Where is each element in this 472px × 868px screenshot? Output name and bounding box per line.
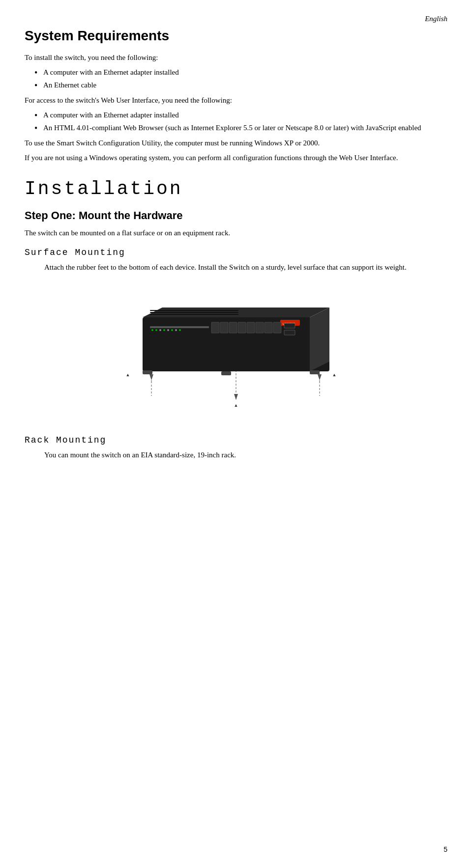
- step-one-intro: The switch can be mounted on a flat surf…: [25, 227, 447, 239]
- svg-point-28: [167, 329, 169, 331]
- svg-rect-17: [238, 322, 246, 333]
- svg-marker-10: [310, 308, 329, 371]
- svg-rect-34: [150, 314, 238, 315]
- svg-marker-7: [234, 394, 238, 400]
- svg-rect-37: [221, 371, 231, 375]
- surface-mounting-text: Attach the rubber feet to the bottom of …: [44, 261, 447, 273]
- list-item: An Ethernet cable: [34, 79, 447, 92]
- requirements-list-1: A computer with an Ethernet adapter inst…: [34, 66, 447, 91]
- svg-point-24: [151, 329, 153, 331]
- svg-rect-15: [220, 322, 228, 333]
- page-number: 5: [443, 845, 447, 853]
- non-windows-note: If you are not using a Windows operating…: [25, 152, 447, 164]
- svg-rect-13: [150, 326, 209, 328]
- svg-rect-21: [273, 322, 281, 333]
- access-intro: For access to the switch's Web User Inte…: [25, 94, 447, 106]
- list-item: A computer with an Ethernet adapter inst…: [34, 109, 447, 122]
- svg-rect-32: [150, 310, 238, 311]
- svg-text:▲: ▲: [126, 372, 130, 377]
- svg-point-26: [159, 329, 161, 331]
- svg-rect-20: [265, 322, 272, 333]
- svg-rect-16: [229, 322, 237, 333]
- system-requirements-title: System Requirements: [25, 28, 447, 44]
- svg-point-31: [179, 329, 181, 331]
- language-label: English: [425, 15, 447, 23]
- surface-mounting-title: Surface Mounting: [25, 248, 447, 257]
- svg-rect-22: [284, 323, 295, 328]
- svg-rect-19: [256, 322, 264, 333]
- svg-point-29: [171, 329, 173, 331]
- svg-rect-18: [247, 322, 255, 333]
- windows-requirement: To use the Smart Switch Configuration Ut…: [25, 137, 447, 149]
- step-one-title: Step One: Mount the Hardware: [25, 209, 447, 222]
- rack-mounting-text: You can mount the switch on an EIA stand…: [44, 449, 447, 461]
- switch-diagram: LINKSYS: [25, 283, 447, 420]
- svg-rect-23: [284, 330, 295, 335]
- requirements-list-2: A computer with an Ethernet adapter inst…: [34, 109, 447, 134]
- svg-rect-33: [150, 312, 238, 313]
- svg-marker-6: [318, 374, 322, 380]
- list-item: An HTML 4.01-compliant Web Browser (such…: [34, 122, 447, 135]
- rack-mounting-title: Rack Mounting: [25, 435, 447, 445]
- svg-point-25: [155, 329, 157, 331]
- list-item: A computer with an Ethernet adapter inst…: [34, 66, 447, 79]
- svg-point-27: [163, 329, 165, 331]
- svg-rect-14: [211, 322, 219, 333]
- svg-text:▲: ▲: [234, 403, 238, 408]
- system-requirements-intro: To install the switch, you need the foll…: [25, 52, 447, 63]
- svg-marker-5: [149, 374, 153, 380]
- svg-rect-36: [310, 370, 320, 374]
- switch-illustration: LINKSYS: [113, 283, 359, 420]
- svg-point-30: [175, 329, 177, 331]
- page-header: English: [25, 15, 447, 23]
- svg-rect-35: [143, 370, 152, 374]
- installation-title: Installation: [25, 178, 447, 199]
- svg-text:▲: ▲: [332, 372, 337, 377]
